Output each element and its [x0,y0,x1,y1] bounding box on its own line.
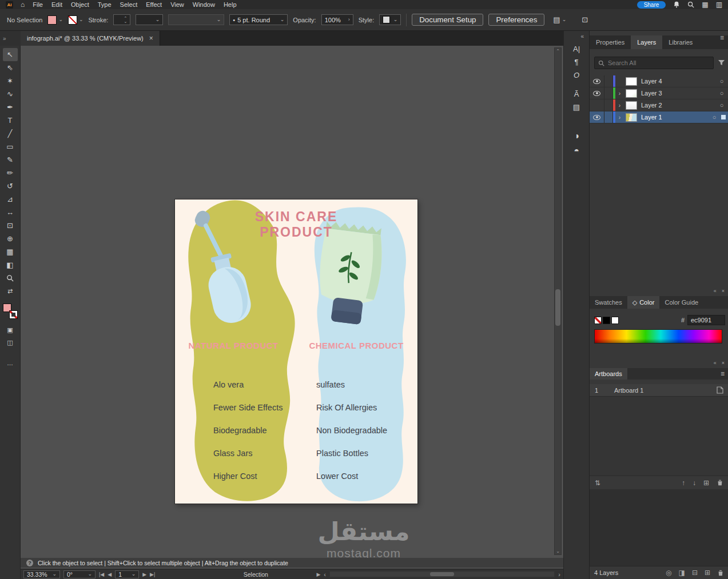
layers-search-input[interactable] [608,59,710,66]
layer-row-selected[interactable]: › Layer 1 ○ [590,111,728,123]
menu-help[interactable]: Help [223,1,237,8]
swap-colors-icon[interactable]: ⇄ [3,285,18,297]
menu-object[interactable]: Object [70,1,90,8]
opentype-panel-icon[interactable]: O [574,71,579,79]
paintbrush-tool[interactable]: ✎ [3,153,18,166]
close-panel-icon[interactable]: × [722,288,725,294]
lasso-tool[interactable]: ∿ [3,87,18,101]
rotate-tool[interactable]: ↺ [3,179,18,193]
scroll-up-icon[interactable]: ⌃ [555,49,561,54]
stroke-weight-stepper[interactable]: ⌃ ⌄ [113,14,130,25]
delete-artboard-icon[interactable] [717,479,723,486]
scroll-down-icon[interactable]: ⌄ [555,549,561,554]
lock-toggle[interactable] [604,99,613,111]
move-up-icon[interactable]: ↑ [682,479,685,487]
expand-icon[interactable]: › [615,114,624,121]
artboard-list-item[interactable]: 1 Artboard 1 [590,384,728,397]
opacity-field[interactable]: 100% › [321,14,353,25]
stroke-color-swatch[interactable] [68,15,77,25]
tab-layers[interactable]: Layers [631,35,662,49]
line-segment-tool[interactable]: ╱ [3,127,18,140]
previous-artboard-icon[interactable]: ◀ [108,572,112,577]
touch-workspace-icon[interactable]: ▤ [553,15,560,24]
free-transform-tool[interactable]: ⊡ [3,219,18,232]
artboard-name[interactable]: Artboard 1 [614,387,717,394]
draw-mode-icon[interactable]: ▣ [3,324,18,336]
vertical-scrollbar[interactable]: ⌃ ⌄ [554,47,562,555]
collapse-panel-icon[interactable]: « [714,360,717,366]
menu-file[interactable]: File [32,1,43,8]
layer-row[interactable]: Layer 4 ○ [590,75,728,87]
stroke-weight-select[interactable]: ⌄ [136,14,163,25]
layer-name[interactable]: Layer 2 [641,102,715,109]
natural-product-heading[interactable]: NATURAL PRODUCT [176,341,291,350]
glyphs-panel-icon[interactable]: Ã [574,90,579,98]
rectangle-tool[interactable]: ▭ [3,140,18,153]
paragraph-panel-icon[interactable]: ¶ [575,58,579,66]
vertical-scrollbar-thumb[interactable] [555,289,560,326]
next-artboard-icon[interactable]: ▶ [142,572,146,577]
layer-row[interactable]: › Layer 3 ○ [590,87,728,99]
visibility-toggle[interactable] [590,99,604,111]
menu-view[interactable]: View [170,1,185,8]
black-swatch[interactable] [603,317,610,324]
hex-value-input[interactable] [687,315,725,325]
collapse-panel-icon[interactable]: « [714,288,717,294]
visibility-toggle[interactable] [590,87,604,99]
brush-definition-select[interactable]: • 5 pt. Round ⌄ [229,14,288,25]
white-swatch[interactable] [611,317,619,324]
list-item[interactable]: sulfates [316,373,422,396]
rearrange-artboards-icon[interactable]: ⇅ [595,479,600,487]
rotation-select[interactable]: 0° ⌄ [63,570,96,578]
fill-color-swatch[interactable] [47,15,57,25]
canvas-pasteboard[interactable]: SKIN CARE PRODUCT NATURAL PRODUCT CHEMIC… [21,46,563,579]
tab-close-icon[interactable]: × [149,34,153,42]
locate-object-icon[interactable]: ◎ [666,569,671,577]
list-item[interactable]: Fewer Side Effects [213,396,319,419]
visibility-toggle[interactable] [590,75,604,87]
tab-color-guide[interactable]: Color Guide [659,296,703,309]
layer-row[interactable]: › Layer 2 ○ [590,99,728,111]
list-item[interactable]: Plastic Bottles [316,442,422,465]
new-sublayer-icon[interactable]: ⊟ [692,569,698,577]
tab-color[interactable]: ◇ Color [627,296,660,309]
menu-edit[interactable]: Edit [51,1,63,8]
layer-name[interactable]: Layer 3 [641,90,715,97]
filter-icon[interactable] [718,59,725,66]
move-down-icon[interactable]: ↓ [693,479,696,487]
layer-thumbnail[interactable] [626,77,637,86]
stroke-dropdown-icon[interactable]: ⌄ [79,17,83,22]
scroll-left-icon[interactable]: ‹ [324,571,326,578]
screen-mode-icon[interactable]: ◫ [3,336,18,349]
arrange-documents-icon[interactable]: ▥ [716,1,722,9]
transparency-panel-icon[interactable]: ◓ [574,146,579,156]
lock-toggle[interactable] [604,75,613,87]
pencil-tool[interactable]: ✏ [3,166,18,179]
touch-workspace-dropdown-icon[interactable]: ⌄ [562,17,567,22]
target-icon[interactable]: ○ [715,90,728,97]
chemical-product-list[interactable]: sulfates Risk Of Allergies Non Biodegrad… [316,373,422,488]
zoom-tool[interactable] [3,271,18,285]
gradient-panel-icon[interactable]: ◑ [574,131,579,141]
make-mask-icon[interactable]: ◨ [679,569,685,577]
artboard-number-field[interactable]: 1 ⌄ [115,570,139,578]
zoom-level-select[interactable]: 33.33% ⌄ [23,570,60,578]
style-select[interactable]: ⌄ [379,14,401,25]
width-profile-select[interactable]: ⌄ [168,14,224,25]
document-setup-button[interactable]: Document Setup [412,14,483,26]
share-button[interactable]: Share [637,1,666,9]
toolbar-collapse-icon[interactable]: » [3,35,6,42]
chemical-product-heading[interactable]: CHEMICAL PRODUCT [299,341,413,350]
preferences-button[interactable]: Preferences [488,14,544,26]
delete-layer-icon[interactable] [717,569,724,577]
artboard[interactable]: SKIN CARE PRODUCT NATURAL PRODUCT CHEMIC… [175,199,417,504]
expand-panels-icon[interactable]: « [580,33,584,39]
opacity-label[interactable]: Opacity: [293,17,316,23]
list-item[interactable]: Alo vera [213,373,319,396]
tab-libraries[interactable]: Libraries [662,35,699,49]
mesh-tool[interactable]: ▦ [3,245,18,258]
natural-product-list[interactable]: Alo vera Fewer Side Effects Biodegradabl… [213,373,319,488]
menu-effect[interactable]: Effect [145,1,162,8]
layers-search-field[interactable] [594,57,714,69]
layer-thumbnail[interactable] [626,113,637,122]
